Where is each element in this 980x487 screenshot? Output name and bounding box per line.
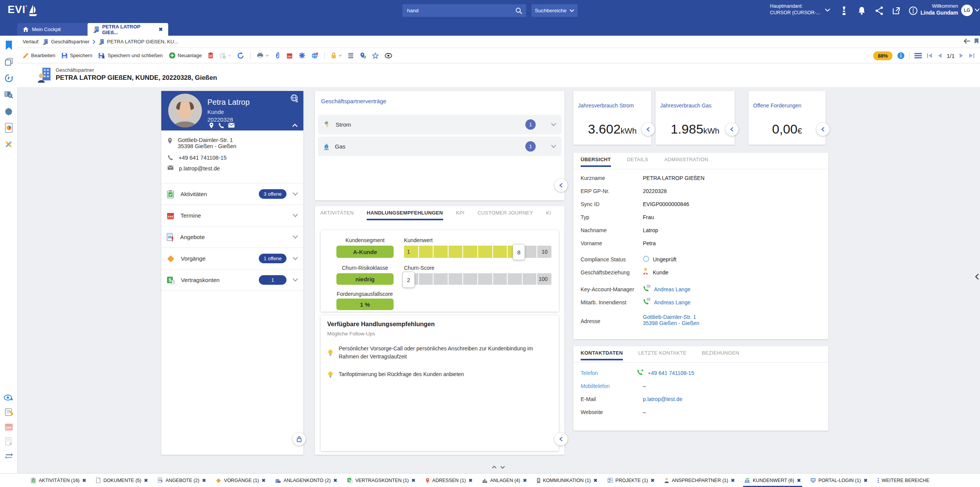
tools-icon[interactable] [4,139,13,149]
kpi-collapse-button[interactable] [642,123,655,136]
tab-details[interactable]: DETAILS [627,153,648,167]
chevron-down-icon[interactable] [551,123,556,126]
section-aktivitaeten[interactable]: Aktivitäten 3 offene [161,183,303,205]
collapse-contracts-button[interactable] [555,179,568,192]
chevron-down-icon[interactable] [293,278,298,282]
profile-address[interactable]: Gottlieb-Daimler-Str. 1 35398 Gießen - G… [167,137,236,149]
tab-record-petra-latrop[interactable]: PETRA LATROP GIEß... ✖ [88,23,168,36]
edit-button[interactable]: Bearbeiten [23,53,55,59]
footer-tab-aktivitaeten[interactable]: AKTIVITÄTEN (16)✖ [31,474,86,487]
close-icon[interactable]: ✖ [262,478,265,483]
close-icon[interactable]: ✖ [523,478,527,483]
collapse-up-icon[interactable] [492,465,497,469]
chevron-down-icon[interactable] [293,214,298,217]
pages-icon[interactable] [4,57,13,66]
sync-icon[interactable] [4,451,13,461]
info-icon[interactable] [897,52,905,59]
tab-customer-journey[interactable]: CUSTOMER JOURNEY [477,206,533,220]
phone-icon[interactable] [218,122,224,128]
close-icon[interactable]: ✖ [144,478,148,483]
favorite-button[interactable] [372,53,379,59]
collapse-chevron-up-icon[interactable] [292,124,298,127]
back-arrow-icon[interactable] [963,38,971,44]
data-stack-button[interactable] [348,53,354,59]
search-icon[interactable] [515,7,526,14]
footer-tab-dokumente[interactable]: DOKUMENTE (5)✖ [96,474,148,487]
web-button[interactable] [311,52,318,59]
data-quality-badge[interactable]: 88% [873,51,892,60]
chevron-down-icon[interactable] [825,8,830,12]
close-icon[interactable]: ✖ [651,478,654,483]
tab-kontaktdaten[interactable]: KONTAKTDATEN [581,346,623,360]
phone-link[interactable]: +49 641 741108-15 [648,370,694,376]
report-search-icon[interactable] [4,90,13,99]
tab-administration[interactable]: ADMINISTRATION [664,153,708,167]
recommendation-item[interactable]: Tarifoptimierung bei Rückfrage des Kunde… [328,370,543,379]
delete-button[interactable] [208,52,214,59]
footer-tab-ansprechpartner[interactable]: ANSPRECHPARTNER (1)✖ [664,474,735,487]
lock-button[interactable] [331,52,342,59]
bookmark-icon[interactable] [4,40,13,50]
tab-aktivitaeten[interactable]: AKTIVITÄTEN [320,206,354,220]
close-icon[interactable]: ✖ [82,478,86,483]
expand-right-panel-icon[interactable] [975,273,979,280]
last-page-icon[interactable] [968,53,975,58]
user-avatar[interactable]: LG [961,5,973,16]
save-button[interactable]: Speichern [61,53,93,59]
footer-tab-projekte[interactable]: PROJEKTE (1)✖ [608,474,655,487]
close-icon[interactable]: ✖ [202,478,206,483]
chevron-down-icon[interactable] [293,235,298,239]
footer-tab-kundenwert[interactable]: KUNDENWERT (6)✖ [745,474,801,487]
search-input[interactable] [402,8,515,13]
open-external-icon[interactable] [892,6,901,15]
menu-icon[interactable] [914,53,922,59]
section-termine[interactable]: Termine [161,205,303,226]
history-icon[interactable] [4,73,13,83]
footer-tab-adressen[interactable]: ADRESSEN (1)✖ [425,474,473,487]
tab-letzte-kontakte[interactable]: LETZTE KONTAKTE [638,346,687,360]
calendar-button[interactable] [286,53,293,59]
pin-breadcrumb-icon[interactable] [974,38,979,44]
watch-star-icon[interactable] [4,393,13,402]
close-icon[interactable]: ✖ [594,478,598,483]
address-link[interactable]: Gottlieb-Daimler-Str. 1 35398 Gießen - G… [643,314,699,326]
location-pin-icon[interactable] [208,122,215,128]
kpi-collapse-button[interactable] [725,123,738,136]
first-page-icon[interactable] [927,53,933,58]
previous-page-icon[interactable] [937,53,942,58]
footer-more-areas[interactable]: WEITERE BEREICHE [877,478,929,483]
new-record-button[interactable]: Neuanlage [169,52,202,59]
kam-link[interactable]: Andreas Lange [654,286,690,292]
document-export-icon[interactable] [4,436,13,446]
notes-icon[interactable] [4,407,13,417]
more-options-icon[interactable] [909,6,918,15]
contract-group-gas[interactable]: Gas 1 [318,137,561,156]
inside-sales-link[interactable]: Andreas Lange [654,299,690,305]
close-icon[interactable]: ✖ [864,478,867,483]
tab-ki[interactable]: KI [546,206,551,220]
recommendation-item[interactable]: Persönlicher Vorsorge-Call oder persönli… [328,345,543,361]
lighthouse-icon[interactable] [839,6,849,15]
section-angebote[interactable]: Angebote [161,226,303,248]
search-areas-dropdown[interactable]: Suchbereiche [531,4,578,17]
close-tab-icon[interactable]: ✖ [159,26,163,32]
share-icon[interactable] [875,6,884,15]
footer-tab-anlagenkonto[interactable]: ANLAGENKONTO (2)✖ [275,474,337,487]
close-icon[interactable]: ✖ [731,478,735,483]
tab-uebersicht[interactable]: ÜBERSICHT [581,153,611,167]
refresh-button[interactable] [237,52,244,59]
section-vorgaenge[interactable]: Vorgänge 1 offene [161,248,303,269]
breadcrumb-item-geschaeftspartner[interactable]: Geschäftspartner [51,39,89,45]
watch-button[interactable] [385,53,392,58]
email-icon[interactable] [228,122,235,128]
chevron-down-icon[interactable] [975,8,980,12]
process-network-button[interactable] [299,52,305,59]
tab-mein-cockpit[interactable]: Mein Cockpit [17,23,89,36]
footer-tab-vorgaenge[interactable]: VORGÄNGE (1)✖ [216,474,265,487]
notifications-bell-icon[interactable] [857,6,866,15]
collapse-insights-button[interactable] [555,433,568,446]
report-chart-icon[interactable] [4,123,13,132]
print-button[interactable] [257,53,269,58]
tenant-selector[interactable]: Hauptmandant: CURSOR (CURSOR-... [770,3,820,16]
attachment-button[interactable] [275,52,280,59]
